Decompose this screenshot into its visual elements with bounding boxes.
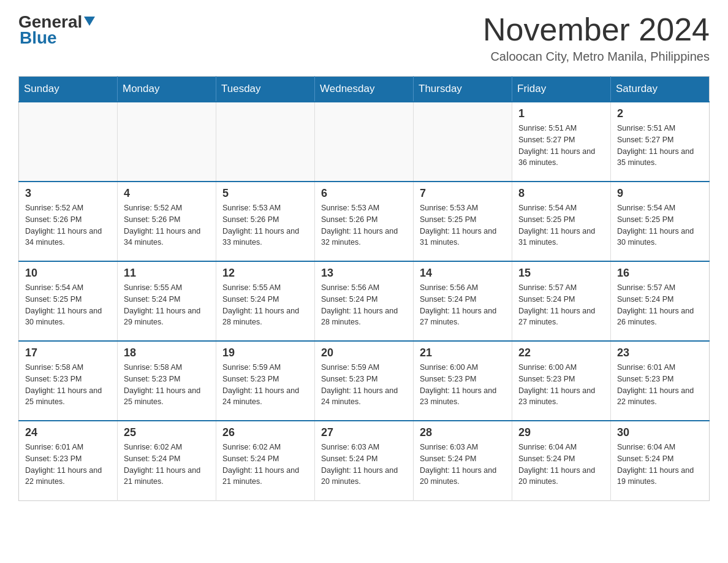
day-number: 25 (124, 426, 210, 439)
calendar-cell: 15Sunrise: 5:57 AM Sunset: 5:24 PM Dayli… (512, 261, 611, 341)
day-number: 28 (420, 426, 506, 439)
calendar-cell: 1Sunrise: 5:51 AM Sunset: 5:27 PM Daylig… (512, 102, 611, 182)
calendar-cell: 8Sunrise: 5:54 AM Sunset: 5:25 PM Daylig… (512, 182, 611, 261)
calendar-week-row: 10Sunrise: 5:54 AM Sunset: 5:25 PM Dayli… (19, 261, 710, 341)
calendar-cell: 10Sunrise: 5:54 AM Sunset: 5:25 PM Dayli… (19, 261, 118, 341)
calendar-week-row: 17Sunrise: 5:58 AM Sunset: 5:23 PM Dayli… (19, 341, 710, 421)
day-number: 9 (617, 187, 703, 200)
calendar-cell: 7Sunrise: 5:53 AM Sunset: 5:25 PM Daylig… (414, 182, 512, 261)
calendar-cell: 11Sunrise: 5:55 AM Sunset: 5:24 PM Dayli… (118, 261, 216, 341)
weekday-header-row: SundayMondayTuesdayWednesdayThursdayFrid… (19, 77, 710, 102)
day-number: 1 (518, 107, 604, 120)
day-number: 3 (25, 187, 111, 200)
day-number: 26 (222, 426, 308, 439)
day-info: Sunrise: 6:00 AM Sunset: 5:23 PM Dayligh… (518, 362, 604, 408)
day-number: 11 (124, 267, 210, 280)
calendar-cell: 12Sunrise: 5:55 AM Sunset: 5:24 PM Dayli… (216, 261, 315, 341)
day-info: Sunrise: 5:54 AM Sunset: 5:25 PM Dayligh… (518, 202, 604, 248)
day-info: Sunrise: 6:04 AM Sunset: 5:24 PM Dayligh… (518, 442, 604, 488)
day-info: Sunrise: 5:51 AM Sunset: 5:27 PM Dayligh… (617, 123, 703, 169)
day-number: 4 (124, 187, 210, 200)
day-number: 19 (222, 347, 308, 359)
day-info: Sunrise: 5:56 AM Sunset: 5:24 PM Dayligh… (321, 282, 407, 328)
calendar-cell: 2Sunrise: 5:51 AM Sunset: 5:27 PM Daylig… (611, 102, 710, 182)
day-info: Sunrise: 6:00 AM Sunset: 5:23 PM Dayligh… (420, 362, 506, 408)
day-number: 15 (518, 267, 604, 280)
calendar-cell: 3Sunrise: 5:52 AM Sunset: 5:26 PM Daylig… (19, 182, 118, 261)
calendar-cell: 20Sunrise: 5:59 AM Sunset: 5:23 PM Dayli… (315, 341, 414, 421)
day-info: Sunrise: 5:53 AM Sunset: 5:26 PM Dayligh… (321, 202, 407, 248)
calendar-cell: 14Sunrise: 5:56 AM Sunset: 5:24 PM Dayli… (414, 261, 512, 341)
day-number: 24 (25, 426, 111, 439)
day-info: Sunrise: 5:59 AM Sunset: 5:23 PM Dayligh… (222, 362, 308, 408)
day-number: 17 (25, 347, 111, 359)
day-number: 22 (518, 347, 604, 359)
day-info: Sunrise: 5:58 AM Sunset: 5:23 PM Dayligh… (124, 362, 210, 408)
page-header: General Blue November 2024 Caloocan City… (18, 12, 710, 64)
day-info: Sunrise: 5:55 AM Sunset: 5:24 PM Dayligh… (124, 282, 210, 328)
calendar-cell: 4Sunrise: 5:52 AM Sunset: 5:26 PM Daylig… (118, 182, 216, 261)
day-info: Sunrise: 5:57 AM Sunset: 5:24 PM Dayligh… (518, 282, 604, 328)
calendar-cell (216, 102, 315, 182)
day-info: Sunrise: 5:52 AM Sunset: 5:26 PM Dayligh… (124, 202, 210, 248)
weekday-header-thursday: Thursday (414, 77, 512, 102)
calendar-cell: 19Sunrise: 5:59 AM Sunset: 5:23 PM Dayli… (216, 341, 315, 421)
day-info: Sunrise: 5:52 AM Sunset: 5:26 PM Dayligh… (25, 202, 111, 248)
day-number: 27 (321, 426, 407, 439)
logo-triangle-icon (84, 17, 95, 26)
calendar-cell: 28Sunrise: 6:03 AM Sunset: 5:24 PM Dayli… (414, 421, 512, 500)
weekday-header-friday: Friday (512, 77, 611, 102)
day-number: 7 (420, 187, 506, 200)
title-section: November 2024 Caloocan City, Metro Manil… (483, 12, 710, 64)
day-number: 29 (518, 426, 604, 439)
logo: General Blue (18, 12, 95, 48)
calendar-cell: 23Sunrise: 6:01 AM Sunset: 5:23 PM Dayli… (611, 341, 710, 421)
calendar-cell: 26Sunrise: 6:02 AM Sunset: 5:24 PM Dayli… (216, 421, 315, 500)
calendar-table: SundayMondayTuesdayWednesdayThursdayFrid… (18, 76, 710, 501)
calendar-cell: 5Sunrise: 5:53 AM Sunset: 5:26 PM Daylig… (216, 182, 315, 261)
calendar-cell (315, 102, 414, 182)
calendar-week-row: 24Sunrise: 6:01 AM Sunset: 5:23 PM Dayli… (19, 421, 710, 500)
calendar-cell: 27Sunrise: 6:03 AM Sunset: 5:24 PM Dayli… (315, 421, 414, 500)
day-info: Sunrise: 6:01 AM Sunset: 5:23 PM Dayligh… (617, 362, 703, 408)
calendar-week-row: 1Sunrise: 5:51 AM Sunset: 5:27 PM Daylig… (19, 102, 710, 182)
day-number: 14 (420, 267, 506, 280)
weekday-header-wednesday: Wednesday (315, 77, 414, 102)
page-title: November 2024 (483, 12, 710, 47)
calendar-week-row: 3Sunrise: 5:52 AM Sunset: 5:26 PM Daylig… (19, 182, 710, 261)
day-number: 16 (617, 267, 703, 280)
day-info: Sunrise: 5:57 AM Sunset: 5:24 PM Dayligh… (617, 282, 703, 328)
calendar-header: SundayMondayTuesdayWednesdayThursdayFrid… (19, 77, 710, 102)
day-info: Sunrise: 6:02 AM Sunset: 5:24 PM Dayligh… (222, 442, 308, 488)
day-info: Sunrise: 5:53 AM Sunset: 5:25 PM Dayligh… (420, 202, 506, 248)
calendar-cell (118, 102, 216, 182)
day-info: Sunrise: 6:02 AM Sunset: 5:24 PM Dayligh… (124, 442, 210, 488)
day-number: 8 (518, 187, 604, 200)
day-number: 6 (321, 187, 407, 200)
day-number: 13 (321, 267, 407, 280)
day-info: Sunrise: 5:58 AM Sunset: 5:23 PM Dayligh… (25, 362, 111, 408)
calendar-cell: 24Sunrise: 6:01 AM Sunset: 5:23 PM Dayli… (19, 421, 118, 500)
day-info: Sunrise: 5:59 AM Sunset: 5:23 PM Dayligh… (321, 362, 407, 408)
calendar-cell: 21Sunrise: 6:00 AM Sunset: 5:23 PM Dayli… (414, 341, 512, 421)
calendar-cell: 25Sunrise: 6:02 AM Sunset: 5:24 PM Dayli… (118, 421, 216, 500)
calendar-body: 1Sunrise: 5:51 AM Sunset: 5:27 PM Daylig… (19, 102, 710, 500)
calendar-cell: 17Sunrise: 5:58 AM Sunset: 5:23 PM Dayli… (19, 341, 118, 421)
day-info: Sunrise: 5:53 AM Sunset: 5:26 PM Dayligh… (222, 202, 308, 248)
day-number: 18 (124, 347, 210, 359)
weekday-header-saturday: Saturday (611, 77, 710, 102)
day-number: 2 (617, 107, 703, 120)
day-number: 21 (420, 347, 506, 359)
weekday-header-monday: Monday (118, 77, 216, 102)
day-info: Sunrise: 5:55 AM Sunset: 5:24 PM Dayligh… (222, 282, 308, 328)
logo-blue-text: Blue (20, 28, 57, 48)
day-info: Sunrise: 5:54 AM Sunset: 5:25 PM Dayligh… (25, 282, 111, 328)
day-info: Sunrise: 5:51 AM Sunset: 5:27 PM Dayligh… (518, 123, 604, 169)
calendar-cell (414, 102, 512, 182)
calendar-cell: 29Sunrise: 6:04 AM Sunset: 5:24 PM Dayli… (512, 421, 611, 500)
day-info: Sunrise: 5:54 AM Sunset: 5:25 PM Dayligh… (617, 202, 703, 248)
calendar-cell: 13Sunrise: 5:56 AM Sunset: 5:24 PM Dayli… (315, 261, 414, 341)
weekday-header-tuesday: Tuesday (216, 77, 315, 102)
day-number: 5 (222, 187, 308, 200)
day-number: 23 (617, 347, 703, 359)
